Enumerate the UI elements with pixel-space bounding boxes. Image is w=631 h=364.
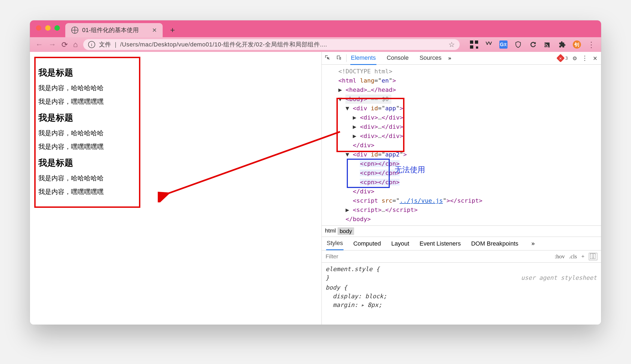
dom-line[interactable]: <cpn></cpn>: [324, 168, 599, 178]
dom-line[interactable]: ▶ <div>…</div>: [324, 113, 599, 122]
devtools-close-icon[interactable]: ×: [593, 54, 597, 62]
error-icon: ✕: [556, 54, 565, 62]
page-text: 我是内容，哈哈哈哈哈: [38, 129, 136, 137]
dom-line[interactable]: ▶ <script>…</script>: [324, 205, 599, 215]
styles-pane[interactable]: element.style { } body { display: block;…: [322, 263, 601, 312]
more-tabs-icon[interactable]: »: [448, 55, 451, 61]
devtools-panel: ElementsConsoleSources » ✕ 3 ⚙ ⋮ ×: [321, 52, 601, 325]
page-output-highlight: 我是标题我是内容，哈哈哈哈哈我是内容，嘿嘿嘿嘿嘿我是标题我是内容，哈哈哈哈哈我是…: [34, 57, 140, 208]
page-heading: 我是标题: [38, 112, 136, 124]
new-tab-button[interactable]: +: [166, 24, 178, 36]
styles-filter-bar: :hov.cls+⿲: [322, 250, 601, 263]
styles-filter-options: :hov.cls+⿲: [551, 253, 601, 260]
dom-line[interactable]: <cpn></cpn>: [324, 159, 599, 168]
google-translate-icon[interactable]: G文: [499, 40, 508, 49]
dom-tree[interactable]: 无法使用 <!DOCTYPE html> <html lang="en"> ▶ …: [322, 65, 601, 225]
dom-line[interactable]: ▶ <div>…</div>: [324, 122, 599, 131]
page-text: 我是内容，哈哈哈哈哈: [38, 84, 136, 92]
error-counter[interactable]: ✕ 3: [558, 55, 568, 61]
filter-opt[interactable]: +: [581, 253, 584, 260]
devtools-header: ElementsConsoleSources » ✕ 3 ⚙ ⋮ ×: [322, 52, 601, 65]
styles-tab-dom-breakpoints[interactable]: DOM Breakpoints: [471, 237, 519, 250]
dom-breadcrumbs[interactable]: htmlbody: [322, 225, 601, 237]
styles-tab-computed[interactable]: Computed: [353, 237, 382, 250]
dom-line[interactable]: <cpn></cpn>: [324, 178, 599, 187]
toolbar: ← → ⟳ ⌂ i 文件 | /Users/mac/Desktop/vue/de…: [30, 37, 601, 52]
dom-line[interactable]: <script src="../js/vue.js"></script>: [324, 196, 599, 205]
styles-tab-event-listeners[interactable]: Event Listeners: [419, 237, 462, 250]
styles-filter-input[interactable]: [322, 253, 551, 260]
extension-v-icon[interactable]: ⱽⱽ: [485, 40, 493, 49]
minimize-window-button[interactable]: [45, 25, 51, 31]
element-style-rule: element.style {: [326, 265, 597, 274]
dom-line[interactable]: <!DOCTYPE html>: [324, 67, 599, 76]
rendered-page: 我是标题我是内容，哈哈哈哈哈我是内容，嘿嘿嘿嘿嘿我是标题我是内容，哈哈哈哈哈我是…: [30, 52, 321, 325]
dom-line[interactable]: ▼ <div id="app">: [324, 104, 599, 113]
dom-line[interactable]: ▶ <div>…</div>: [324, 131, 599, 141]
url-path: /Users/mac/Desktop/vue/demo01/10-组件化开发/0…: [120, 40, 327, 49]
extensions-icon[interactable]: [558, 40, 566, 49]
more-style-tabs-icon[interactable]: »: [531, 240, 535, 247]
breadcrumb-body[interactable]: body: [338, 227, 354, 235]
page-heading: 我是标题: [38, 157, 136, 169]
devtools-settings-icon[interactable]: ⚙: [573, 54, 577, 62]
devtools-menu-icon[interactable]: ⋮: [581, 54, 588, 62]
user-agent-label: user agent stylesheet: [521, 274, 597, 282]
devtools-tab-elements[interactable]: Elements: [350, 52, 376, 65]
dom-line[interactable]: </div>: [324, 141, 599, 150]
page-text: 我是内容，哈哈哈哈哈: [38, 174, 136, 183]
dom-line[interactable]: </div>: [324, 187, 599, 196]
dom-line[interactable]: ▶ <head>…</head>: [324, 85, 599, 95]
url-scheme: 文件: [99, 40, 111, 49]
breadcrumb-html[interactable]: html: [325, 227, 336, 235]
forward-button[interactable]: →: [48, 40, 56, 49]
body-rule-selector: body {: [326, 283, 597, 292]
maximize-window-button[interactable]: [54, 25, 60, 31]
devtools-tab-console[interactable]: Console: [386, 52, 409, 65]
reload-button[interactable]: ⟳: [61, 40, 68, 49]
page-heading: 我是标题: [38, 67, 136, 79]
home-button[interactable]: ⌂: [73, 40, 78, 49]
cast-icon[interactable]: [543, 40, 552, 49]
page-text: 我是内容，嘿嘿嘿嘿嘿: [38, 142, 136, 151]
devtools-tabs: ElementsConsoleSources: [348, 52, 442, 65]
filter-opt[interactable]: :hov: [555, 253, 565, 260]
styles-tab-bar: StylesComputedLayoutEvent ListenersDOM B…: [322, 237, 601, 250]
extension-area: ⱽⱽ G文 钊 ⋮: [470, 40, 596, 49]
browser-menu-icon[interactable]: ⋮: [587, 40, 596, 49]
window-controls: [36, 25, 60, 31]
globe-icon: [71, 27, 78, 34]
error-count: 3: [565, 56, 568, 61]
css-declaration[interactable]: display: block;: [326, 292, 597, 301]
devtools-tab-sources[interactable]: Sources: [419, 52, 442, 65]
shield-icon[interactable]: [514, 40, 522, 49]
site-info-icon[interactable]: i: [88, 41, 95, 48]
css-declaration[interactable]: margin: ▶ 8px;: [326, 301, 597, 310]
inspect-icon[interactable]: [322, 55, 333, 62]
dom-line[interactable]: ▼ <div id="app2">: [324, 150, 599, 159]
history-icon[interactable]: [529, 40, 537, 49]
filter-opt[interactable]: .cls: [569, 253, 577, 260]
browser-tab[interactable]: 01-组件化的基本使用 ×: [65, 23, 163, 37]
address-bar[interactable]: i 文件 | /Users/mac/Desktop/vue/demo01/10-…: [83, 39, 460, 50]
page-text: 我是内容，嘿嘿嘿嘿嘿: [38, 97, 136, 106]
content-area: 我是标题我是内容，哈哈哈哈哈我是内容，嘿嘿嘿嘿嘿我是标题我是内容，哈哈哈哈哈我是…: [30, 52, 601, 325]
close-tab-icon[interactable]: ×: [152, 26, 157, 34]
dom-line[interactable]: </body>: [324, 215, 599, 224]
dom-line[interactable]: <html lang="en">: [324, 76, 599, 85]
device-toggle-icon[interactable]: [333, 55, 345, 62]
back-button[interactable]: ←: [35, 40, 43, 49]
tab-title: 01-组件化的基本使用: [82, 26, 139, 34]
toggle-sidebar-icon[interactable]: ⿲: [589, 253, 597, 260]
page-text: 我是内容，嘿嘿嘿嘿嘿: [38, 187, 136, 196]
close-window-button[interactable]: [36, 25, 41, 31]
tab-strip: 01-组件化的基本使用 × +: [30, 20, 601, 37]
styles-tab-styles[interactable]: Styles: [326, 237, 344, 250]
profile-avatar[interactable]: 钊: [573, 40, 581, 49]
annotation-cannot-use-label: 无法使用: [395, 165, 425, 174]
qr-icon[interactable]: [470, 40, 478, 49]
browser-window: 01-组件化的基本使用 × + ← → ⟳ ⌂ i 文件 | /Users/ma…: [30, 20, 601, 325]
styles-tab-layout[interactable]: Layout: [391, 237, 410, 250]
dom-line[interactable]: ▼ <body> == $0: [324, 95, 599, 104]
bookmark-star-icon[interactable]: ☆: [448, 40, 455, 49]
